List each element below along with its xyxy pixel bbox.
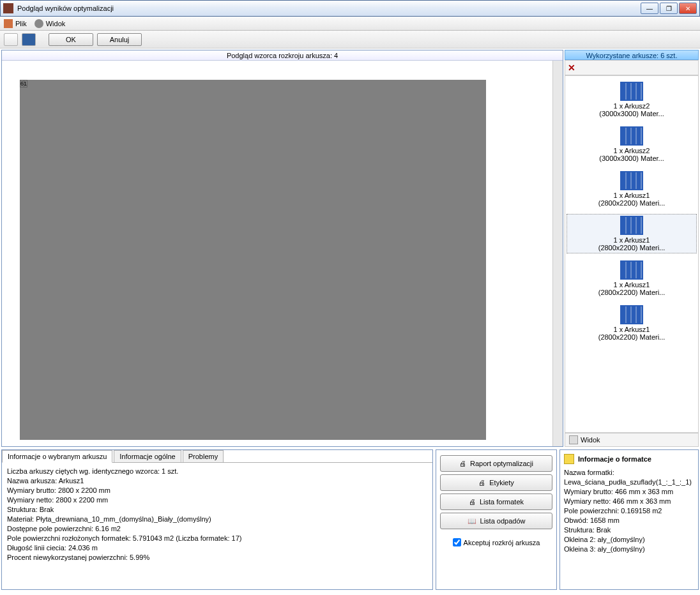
printer-icon: 🖨 <box>469 498 476 506</box>
menu-plik-label: Plik <box>15 20 27 27</box>
sheet-item[interactable]: 1 x Arkusz1(2800x2200) Materi... <box>567 169 697 209</box>
ok-button[interactable]: OK <box>49 33 93 46</box>
sheets-footer: Widok <box>565 433 699 447</box>
sheet-item[interactable]: 1 x Arkusz1(2800x2200) Materi... <box>567 303 697 343</box>
view-label: Widok <box>581 436 600 444</box>
maximize-button[interactable]: ❐ <box>660 3 678 14</box>
format-info-panel: Informacje o formatce Nazwa formatki:Lew… <box>559 449 699 590</box>
sheet-item[interactable]: 1 x Arkusz1(2800x2200) Materi... <box>567 214 697 253</box>
window-title: Podgląd wyników optymalizacji <box>17 4 641 12</box>
book-icon: 📖 <box>468 517 476 525</box>
tab-general-info[interactable]: Informacje ogólne <box>114 450 181 462</box>
sheet-icon <box>620 171 643 190</box>
printer-icon: 🖨 <box>459 460 466 467</box>
accept-checkbox-input[interactable] <box>453 538 461 546</box>
file-icon <box>4 19 13 28</box>
sheet-item[interactable]: 1 x Arkusz2(3000x3000) Mater... <box>567 124 697 164</box>
sheet-icon <box>620 82 643 101</box>
actions-panel: 🖨 Raport optymalizacji 🖨 Etykiety 🖨 List… <box>436 449 557 590</box>
waste-list-button[interactable]: 📖 Lista odpadów <box>440 513 552 529</box>
report-button[interactable]: 🖨 Raport optymalizacji <box>440 455 552 472</box>
cutting-preview-panel: Podgląd wzorca rozkroju arkusza: 4 S:545… <box>1 50 563 447</box>
gear-icon <box>34 19 43 28</box>
sheet-list[interactable]: 1 x Arkusz2(3000x3000) Mater...1 x Arkus… <box>565 75 699 433</box>
tab-problems[interactable]: Problemy <box>183 450 224 462</box>
info-tabs: Informacje o wybranym arkuszu Informacje… <box>2 450 432 463</box>
sheet-item[interactable]: 1 x Arkusz2(3000x3000) Mater... <box>567 80 697 119</box>
cancel-button[interactable]: Anuluj <box>97 33 142 46</box>
tool-button-1[interactable] <box>4 33 18 46</box>
tool-button-2[interactable] <box>22 33 36 46</box>
info-body: Liczba arkuszy ciętych wg. identycznego … <box>2 463 432 566</box>
menu-widok[interactable]: Widok <box>34 19 66 28</box>
sheet-icon <box>620 260 643 280</box>
menu-widok-label: Widok <box>46 20 66 27</box>
sheet-canvas: S:545 10.Półka(1_:_1) D:1120 S:480 11.Pó… <box>20 80 486 440</box>
titlebar: Podgląd wyników optymalizacji — ❐ ✕ <box>0 0 700 17</box>
labels-button[interactable]: 🖨 Etykiety <box>440 474 552 491</box>
close-button[interactable]: ✕ <box>679 3 697 14</box>
sheets-panel: Wykorzystane arkusze: 6 szt. ✕ 1 x Arkus… <box>565 50 699 447</box>
vertical-scrollbar[interactable] <box>552 61 563 446</box>
sheet-icon <box>620 126 643 146</box>
menubar: Plik Widok <box>0 17 700 31</box>
remove-sheet-button[interactable]: ✕ <box>568 63 575 73</box>
sheets-toolbar: ✕ <box>565 60 699 75</box>
format-info-title: Informacje o formatce <box>578 455 651 463</box>
parts-list-button[interactable]: 🖨 Lista formatek <box>440 493 552 510</box>
sheet-icon <box>620 305 643 324</box>
tab-sheet-info[interactable]: Informacje o wybranym arkuszu <box>2 450 112 463</box>
info-panel: Informacje o wybranym arkuszu Informacje… <box>1 449 433 590</box>
view-icon <box>569 435 578 444</box>
sheets-header: Wykorzystane arkusze: 6 szt. <box>565 50 699 60</box>
sheet-item[interactable]: 1 x Arkusz1(2800x2200) Materi... <box>567 259 697 298</box>
sheet-icon <box>620 216 643 235</box>
app-icon <box>3 3 13 13</box>
cutting-preview-header: Podgląd wzorca rozkroju arkusza: 4 <box>2 50 563 61</box>
toolbar: OK Anuluj <box>0 31 700 49</box>
accept-checkbox[interactable]: Akceptuj rozkrój arkusza <box>440 538 552 546</box>
waste-6: 6 <box>20 80 24 87</box>
menu-plik[interactable]: Plik <box>4 19 27 28</box>
format-info-body: Nazwa formatki:Lewa_ściana_pudła_szuflad… <box>564 468 694 554</box>
info-icon <box>564 454 574 464</box>
cutting-canvas-area[interactable]: S:545 10.Półka(1_:_1) D:1120 S:480 11.Pó… <box>2 61 552 446</box>
printer-icon: 🖨 <box>478 479 485 486</box>
minimize-button[interactable]: — <box>641 3 658 14</box>
